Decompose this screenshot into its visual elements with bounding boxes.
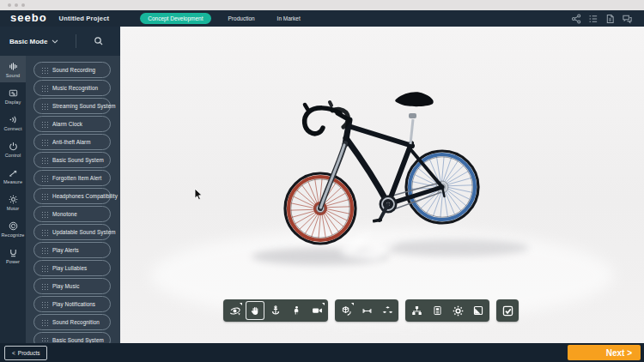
feature-pill[interactable]: Updatable Sound System — [33, 224, 111, 240]
drag-handle-icon[interactable] — [41, 247, 48, 254]
orbit-button[interactable] — [225, 301, 244, 320]
validate-button[interactable] — [498, 301, 517, 320]
handlebar — [305, 102, 349, 134]
category-recognize[interactable]: Recognize — [0, 215, 26, 242]
drag-handle-icon[interactable] — [41, 175, 48, 182]
category-label: Measure — [3, 179, 22, 184]
next-button[interactable]: Next > — [568, 345, 641, 360]
pan-button[interactable] — [246, 301, 264, 320]
drag-handle-icon[interactable] — [41, 193, 48, 200]
tab-concept-development[interactable]: Concept Development — [140, 13, 210, 24]
window-chrome — [0, 0, 644, 10]
feature-pill[interactable]: Music Recognition — [33, 80, 111, 96]
feature-pill[interactable]: Headphones Compatibility — [33, 188, 111, 204]
feature-pill[interactable]: Forgotten Item Alert — [33, 170, 111, 186]
crankset — [373, 196, 398, 223]
feature-pill[interactable]: Play Music — [33, 278, 111, 294]
mode-selector[interactable]: Basic Mode — [0, 38, 76, 45]
pan-hand-icon — [249, 305, 261, 317]
checklist-icon[interactable] — [588, 14, 598, 24]
search-icon — [94, 36, 104, 46]
chevron-left-icon: < — [12, 350, 15, 356]
feature-pill[interactable]: Sound Recording — [33, 62, 111, 78]
explode-view-button[interactable] — [378, 301, 397, 320]
contrast-icon — [472, 305, 484, 317]
drag-handle-icon[interactable] — [41, 121, 48, 128]
explode-view-icon — [381, 305, 394, 317]
motor-icon — [8, 194, 19, 205]
sidebar-body: Sound Display Connect Control — [0, 56, 120, 343]
drag-handle-icon[interactable] — [41, 103, 48, 110]
drag-handle-icon[interactable] — [41, 229, 48, 236]
feature-pill[interactable]: Sound Recognition — [33, 314, 111, 330]
drag-handle-icon[interactable] — [41, 319, 48, 326]
feature-pill[interactable]: Basic Sound System — [33, 332, 111, 343]
category-label: Connect — [3, 126, 21, 131]
feature-pill[interactable]: Anti-theft Alarm — [33, 134, 111, 150]
contrast-button[interactable] — [469, 301, 488, 320]
products-button-label: Products — [18, 350, 40, 356]
category-label: Display — [5, 100, 21, 105]
feature-pill[interactable]: Play Alerts — [33, 242, 111, 258]
category-measure[interactable]: Measure — [0, 162, 26, 189]
drag-handle-icon[interactable] — [41, 265, 48, 272]
drag-handle-icon[interactable] — [41, 337, 48, 344]
next-button-label: Next > — [606, 348, 632, 358]
camera-button[interactable] — [307, 301, 326, 320]
feature-pill[interactable]: Alarm Clock — [33, 116, 111, 132]
measure-icon — [8, 167, 19, 178]
feature-pill[interactable]: Play Lullabies — [33, 260, 111, 276]
tab-production[interactable]: Production — [223, 14, 260, 23]
bicycle-3d-model[interactable] — [120, 27, 644, 343]
feature-pill[interactable]: Monotone — [33, 206, 111, 222]
category-power[interactable]: Power — [0, 242, 26, 268]
drag-handle-icon[interactable] — [41, 283, 48, 290]
drag-handle-icon[interactable] — [41, 67, 48, 74]
feature-pill[interactable]: Basic Sound System — [33, 152, 111, 168]
tab-in-market[interactable]: In Market — [272, 14, 306, 23]
drag-handle-icon[interactable] — [41, 157, 48, 164]
walkthrough-button[interactable] — [287, 301, 306, 320]
category-motor[interactable]: Motor — [0, 189, 26, 215]
feature-list: Sound Recording Music Recognition Stream… — [26, 56, 120, 343]
window-control-dot — [21, 3, 25, 7]
category-label: Control — [5, 153, 21, 158]
walk-person-icon — [291, 305, 302, 317]
drag-handle-icon[interactable] — [41, 211, 48, 218]
search-button[interactable] — [76, 36, 120, 46]
seebo-logo: seebo — [0, 11, 59, 26]
toolbar-group-inspect — [335, 299, 398, 322]
properties-button[interactable] — [428, 301, 447, 320]
toolbar-group-navigation — [223, 299, 328, 322]
window-control-dot — [15, 3, 18, 7]
rotate-object-button[interactable] — [337, 301, 355, 320]
sound-icon — [8, 61, 19, 72]
measure-button[interactable] — [357, 301, 376, 320]
category-connect[interactable]: Connect — [0, 109, 26, 136]
sidebar: Basic Mode Sound Display — [0, 27, 120, 343]
viewport-3d[interactable] — [120, 27, 644, 343]
window-control-dot — [8, 3, 11, 7]
project-title: Untitled Project — [59, 15, 110, 22]
comments-icon[interactable] — [622, 14, 633, 24]
drag-handle-icon[interactable] — [41, 139, 48, 146]
hierarchy-button[interactable] — [407, 301, 426, 320]
category-control[interactable]: Control — [0, 136, 26, 162]
products-back-button[interactable]: < Products — [4, 346, 47, 360]
feature-pill[interactable]: Play Notifications — [33, 296, 111, 312]
anchor-button[interactable] — [266, 301, 285, 320]
category-sound[interactable]: Sound — [0, 56, 26, 82]
submenu-marker — [240, 303, 242, 305]
settings-button[interactable] — [448, 301, 467, 320]
orbit-icon — [228, 305, 241, 317]
feature-pill[interactable]: Streaming Sound System — [33, 98, 111, 114]
power-icon — [8, 247, 19, 258]
category-display[interactable]: Display — [0, 82, 26, 109]
sidebar-header: Basic Mode — [0, 27, 120, 56]
control-icon — [8, 141, 19, 152]
drag-handle-icon[interactable] — [41, 85, 48, 92]
document-icon[interactable] — [605, 14, 615, 24]
drag-handle-icon[interactable] — [41, 301, 48, 308]
share-icon[interactable] — [571, 14, 581, 24]
category-label: Motor — [7, 206, 20, 211]
